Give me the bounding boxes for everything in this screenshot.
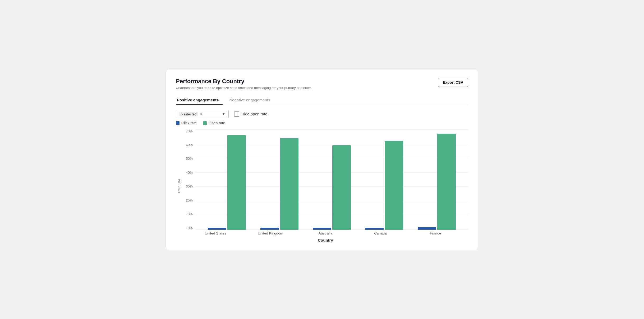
legend-open-rate: Open rate [203,121,225,125]
x-tick: United States [202,231,229,235]
header-row: Performance By Country Understand if you… [176,78,468,90]
bar-pair [260,138,298,230]
chart-area: 0%10%20%30%40%50%60%70% [183,129,468,230]
y-tick: 10% [186,212,193,216]
x-tick: Canada [367,231,394,235]
x-tick: United Kingdom [257,231,284,235]
bar-pair [365,141,403,230]
bar-pair [208,135,246,230]
hide-open-rate-label: Hide open rate [241,112,267,116]
badge-label: 5 selected [179,112,198,116]
chart-wrapper: Rate (%) 0%10%20%30%40%50%60%70% United … [176,129,468,242]
y-axis: 0%10%20%30%40%50%60%70% [183,129,195,230]
open-rate-color-swatch [203,121,207,125]
y-tick: 30% [186,185,193,188]
y-tick: 20% [186,199,193,202]
country-selector-dropdown[interactable]: 5 selected × ▼ [176,110,229,118]
hide-open-rate-checkbox[interactable] [234,111,239,117]
clear-selection-icon[interactable]: × [200,112,202,116]
x-tick: France [422,231,449,235]
click-rate-bar [208,228,226,230]
click-rate-bar [365,228,384,230]
legend-click-rate: Click rate [176,121,197,125]
open-rate-bar [385,141,403,230]
open-rate-label: Open rate [209,121,225,125]
bar-group [208,135,246,230]
performance-by-country-card: Performance By Country Understand if you… [166,69,478,250]
bar-group [418,134,456,230]
y-tick: 50% [186,157,193,160]
hide-open-rate-row: Hide open rate [234,111,267,117]
chevron-down-icon: ▼ [222,112,225,116]
y-axis-label: Rate (%) [176,129,182,242]
open-rate-bar [227,135,246,230]
selected-count-badge: 5 selected × [179,112,202,116]
chart-inner: 0%10%20%30%40%50%60%70% United StatesUni… [183,129,468,242]
x-axis-label: Country [183,238,468,242]
bar-group [260,138,298,230]
open-rate-bar [332,145,351,230]
bars-and-grid [195,129,468,230]
click-rate-bar [313,228,331,230]
y-tick: 0% [188,226,193,230]
y-tick: 40% [186,171,193,174]
x-tick: Australia [312,231,339,235]
y-tick: 70% [186,129,193,133]
x-axis: United StatesUnited KingdomAustraliaCana… [183,231,468,235]
bar-pair [313,145,351,230]
tab-negative-engagements[interactable]: Negative engagements [228,96,274,105]
title-section: Performance By Country Understand if you… [176,78,312,90]
open-rate-bar [437,134,456,230]
open-rate-bar [280,138,298,230]
tabs-row: Positive engagements Negative engagement… [176,96,468,105]
bar-group [313,145,351,230]
export-csv-button[interactable]: Export CSV [438,78,468,87]
click-rate-bar [418,227,436,230]
bar-pair [418,134,456,230]
page-subtitle: Understand if you need to optimize send … [176,86,312,90]
y-tick: 60% [186,143,193,147]
tab-positive-engagements[interactable]: Positive engagements [176,96,223,105]
click-rate-color-swatch [176,121,180,125]
click-rate-label: Click rate [181,121,197,125]
bar-group [365,141,403,230]
click-rate-bar [260,228,279,230]
chart-legend: Click rate Open rate [176,121,468,125]
bars-row [195,129,468,230]
page-title: Performance By Country [176,78,312,85]
controls-row: 5 selected × ▼ Hide open rate [176,110,468,118]
